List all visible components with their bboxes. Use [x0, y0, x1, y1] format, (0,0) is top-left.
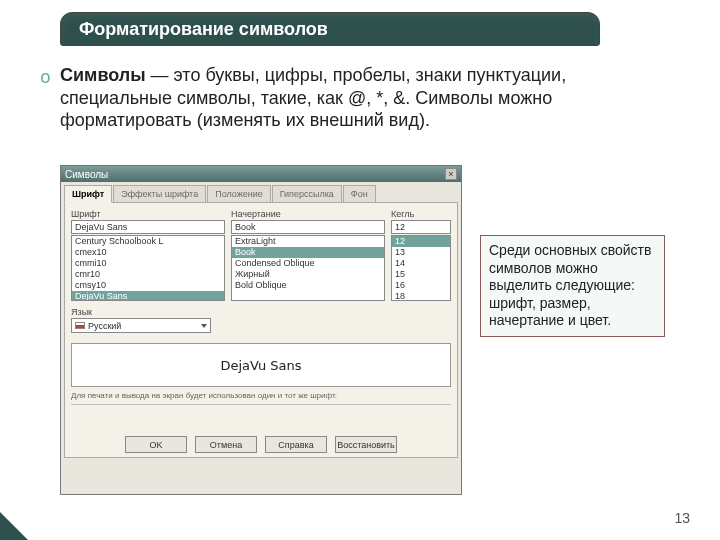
list-item[interactable]: Жирный	[232, 269, 384, 280]
dialog-title-text: Символы	[65, 169, 108, 180]
callout-text: Среди основных свойств символов можно вы…	[489, 242, 651, 328]
font-label: Шрифт	[71, 209, 225, 219]
language-select[interactable]: Русский	[71, 318, 211, 333]
help-button[interactable]: Справка	[265, 436, 327, 453]
style-label: Начертание	[231, 209, 385, 219]
list-item[interactable]: cmr10	[72, 269, 224, 280]
font-input[interactable]: DejaVu Sans	[71, 220, 225, 234]
style-input[interactable]: Book	[231, 220, 385, 234]
character-dialog: Символы × Шрифт Эффекты шрифта Положение…	[60, 165, 462, 495]
ok-button[interactable]: OK	[125, 436, 187, 453]
list-item[interactable]: 16	[392, 280, 450, 291]
language-row: Язык Русский	[71, 307, 451, 333]
list-item[interactable]: cmex10	[72, 247, 224, 258]
dialog-titlebar[interactable]: Символы ×	[61, 166, 461, 182]
chevron-down-icon	[201, 324, 207, 328]
tab-font-effects[interactable]: Эффекты шрифта	[113, 185, 206, 202]
list-item[interactable]: cmmi10	[72, 258, 224, 269]
language-value: Русский	[88, 321, 121, 331]
dialog-tabs: Шрифт Эффекты шрифта Положение Гиперссыл…	[64, 185, 458, 203]
list-item[interactable]: Century Schoolbook L	[72, 236, 224, 247]
list-item-selected[interactable]: 12	[392, 236, 450, 247]
tab-hyperlink[interactable]: Гиперссылка	[272, 185, 342, 202]
slide-title: Форматирование символов	[60, 12, 600, 46]
tab-background[interactable]: Фон	[343, 185, 376, 202]
cancel-button[interactable]: Отмена	[195, 436, 257, 453]
style-list[interactable]: ExtraLight Book Condensed Oblique Жирный…	[231, 235, 385, 301]
size-label: Кегль	[391, 209, 451, 219]
tab-position[interactable]: Положение	[207, 185, 271, 202]
bullet-marker: o	[40, 68, 51, 88]
list-item[interactable]: Condensed Oblique	[232, 258, 384, 269]
font-list[interactable]: Century Schoolbook L cmex10 cmmi10 cmr10…	[71, 235, 225, 301]
list-item[interactable]: 14	[392, 258, 450, 269]
style-column: Начертание Book ExtraLight Book Condense…	[231, 209, 385, 301]
page-number: 13	[674, 510, 690, 526]
language-label: Язык	[71, 307, 451, 317]
size-input[interactable]: 12	[391, 220, 451, 234]
list-item-selected[interactable]: DejaVu Sans	[72, 291, 224, 301]
corner-decoration	[0, 512, 28, 540]
list-item-selected[interactable]: Book	[232, 247, 384, 258]
tab-panel-font: Шрифт DejaVu Sans Century Schoolbook L c…	[64, 203, 458, 458]
hint-text: Для печати и вывода на экран будет испол…	[71, 391, 451, 400]
slide-title-text: Форматирование символов	[79, 19, 328, 40]
font-column: Шрифт DejaVu Sans Century Schoolbook L c…	[71, 209, 225, 301]
callout-box: Среди основных свойств символов можно вы…	[480, 235, 665, 337]
flag-icon	[75, 322, 85, 329]
size-column: Кегль 12 12 13 14 15 16 18	[391, 209, 451, 301]
body-paragraph: Символы — это буквы, цифры, пробелы, зна…	[60, 64, 660, 132]
font-preview: DejaVu Sans	[71, 343, 451, 387]
list-item[interactable]: ExtraLight	[232, 236, 384, 247]
tab-font[interactable]: Шрифт	[64, 185, 112, 203]
dialog-buttons: OK Отмена Справка Восстановить	[65, 436, 457, 453]
reset-button[interactable]: Восстановить	[335, 436, 397, 453]
list-item[interactable]: cmsy10	[72, 280, 224, 291]
list-item[interactable]: 15	[392, 269, 450, 280]
list-item[interactable]: Bold Oblique	[232, 280, 384, 291]
divider	[71, 404, 451, 405]
body-bold-term: Символы	[60, 65, 146, 85]
list-item[interactable]: 18	[392, 291, 450, 301]
close-icon[interactable]: ×	[445, 168, 457, 180]
list-item[interactable]: 13	[392, 247, 450, 258]
size-list[interactable]: 12 13 14 15 16 18	[391, 235, 451, 301]
